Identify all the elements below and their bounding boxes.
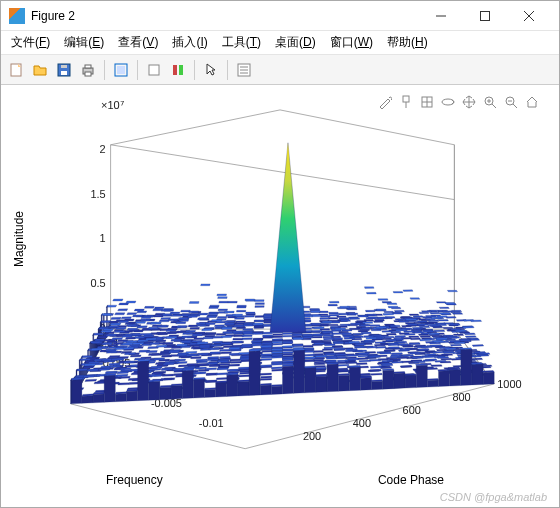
menu-edit[interactable]: 编辑(E) — [58, 32, 110, 53]
svg-text:-0.01: -0.01 — [199, 417, 224, 429]
insert-colorbar-icon[interactable] — [167, 59, 189, 81]
svg-text:0.5: 0.5 — [90, 277, 105, 289]
svg-rect-1 — [481, 11, 490, 20]
svg-text:2: 2 — [100, 143, 106, 155]
svg-rect-6 — [61, 71, 67, 75]
figure-area: ×10⁷ Magnitude Frequency Code Phase CSDN… — [1, 85, 559, 507]
svg-rect-10 — [85, 72, 91, 76]
menubar: 文件(F) 编辑(E) 查看(V) 插入(I) 工具(T) 桌面(D) 窗口(W… — [1, 31, 559, 55]
svg-text:200: 200 — [303, 430, 321, 442]
app-icon — [9, 8, 25, 24]
edit-plot-icon[interactable] — [110, 59, 132, 81]
toolbar-separator — [104, 60, 105, 80]
toolbar — [1, 55, 559, 85]
menu-help[interactable]: 帮助(H) — [381, 32, 434, 53]
maximize-button[interactable] — [463, 2, 507, 30]
svg-text:800: 800 — [452, 391, 470, 403]
minimize-button[interactable] — [419, 2, 463, 30]
window-title: Figure 2 — [31, 9, 419, 23]
svg-rect-9 — [85, 65, 91, 68]
open-icon[interactable] — [29, 59, 51, 81]
insert-legend-icon[interactable] — [233, 59, 255, 81]
svg-rect-13 — [149, 65, 159, 75]
toolbar-separator — [194, 60, 195, 80]
svg-text:600: 600 — [403, 404, 421, 416]
svg-rect-12 — [117, 66, 125, 74]
save-icon[interactable] — [53, 59, 75, 81]
titlebar: Figure 2 — [1, 1, 559, 31]
svg-text:1: 1 — [100, 232, 106, 244]
svg-rect-14 — [173, 65, 177, 75]
svg-rect-7 — [61, 65, 67, 68]
menu-desktop[interactable]: 桌面(D) — [269, 32, 322, 53]
toolbar-separator — [137, 60, 138, 80]
menu-window[interactable]: 窗口(W) — [324, 32, 379, 53]
pointer-icon[interactable] — [200, 59, 222, 81]
svg-rect-15 — [179, 65, 183, 75]
print-icon[interactable] — [77, 59, 99, 81]
new-icon[interactable] — [5, 59, 27, 81]
menu-tools[interactable]: 工具(T) — [216, 32, 267, 53]
close-button[interactable] — [507, 2, 551, 30]
svg-text:1.5: 1.5 — [90, 188, 105, 200]
surface-plot[interactable]: 00.5 11.52 0.010.005 0-0.005-0.01 200400… — [1, 85, 559, 504]
menu-insert[interactable]: 插入(I) — [166, 32, 213, 53]
link-icon[interactable] — [143, 59, 165, 81]
menu-view[interactable]: 查看(V) — [112, 32, 164, 53]
menu-file[interactable]: 文件(F) — [5, 32, 56, 53]
toolbar-separator — [227, 60, 228, 80]
svg-text:1000: 1000 — [497, 378, 521, 390]
svg-text:400: 400 — [353, 417, 371, 429]
